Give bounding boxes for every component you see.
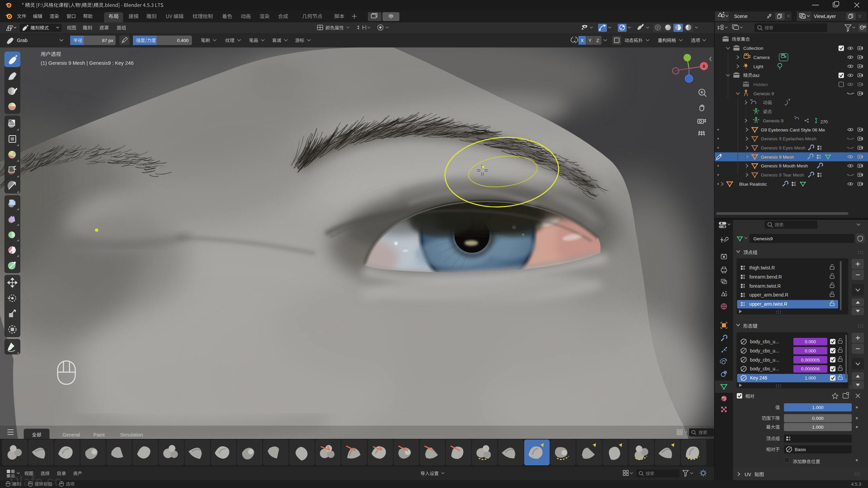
svg-text:General: General: [62, 432, 80, 438]
svg-text:X: X: [703, 64, 705, 69]
svg-text:Paint: Paint: [93, 432, 104, 438]
svg-text:Simulation: Simulation: [120, 432, 143, 438]
svg-text:(1) Genesis 9 Mesh | Genesis9: (1) Genesis 9 Mesh | Genesis9 : Key 246: [41, 60, 134, 66]
